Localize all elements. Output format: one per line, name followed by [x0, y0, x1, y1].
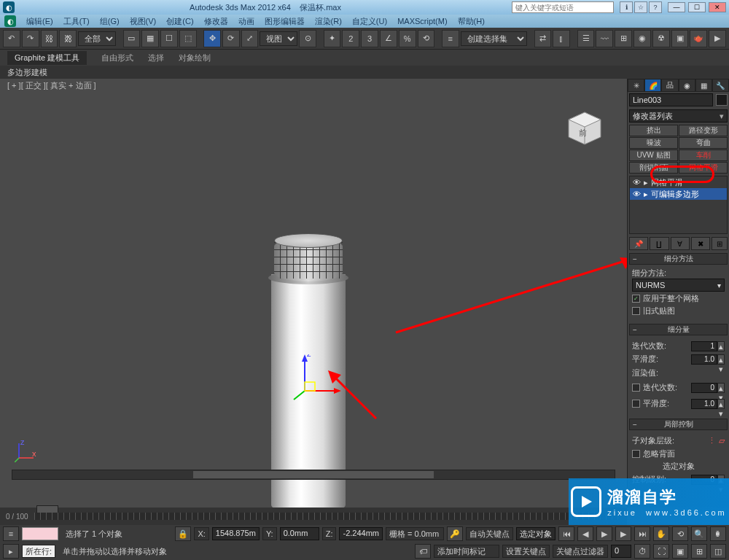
schematic-button[interactable]: ⊞: [615, 30, 632, 47]
make-unique-button[interactable]: ∀: [671, 237, 690, 250]
move-button[interactable]: ✥: [203, 30, 221, 47]
time-tag-button[interactable]: 🏷: [415, 544, 431, 559]
viewport-scrollbar-h[interactable]: [12, 470, 615, 480]
script-field-1[interactable]: [22, 527, 58, 540]
menu-create[interactable]: 创建(C): [162, 15, 198, 28]
maxscript-listener-button[interactable]: ≡: [3, 526, 19, 541]
nav-region-button[interactable]: ◫: [710, 544, 726, 559]
eye-icon[interactable]: 👁: [633, 190, 641, 198]
tab-motion[interactable]: ◉: [679, 79, 695, 92]
ribbon-tab-graphite[interactable]: Graphite 建模工具: [7, 51, 87, 65]
method-dropdown[interactable]: NURMS: [632, 279, 725, 292]
object-color-swatch[interactable]: [716, 94, 728, 106]
search-input[interactable]: [512, 1, 614, 13]
menu-tools[interactable]: 工具(T): [59, 15, 94, 28]
angle-snap-button[interactable]: ∠: [380, 30, 397, 47]
manip-button[interactable]: ✦: [324, 30, 341, 47]
snap-2d-button[interactable]: 2: [342, 30, 359, 47]
mod-btn-lathe[interactable]: 车削: [679, 149, 728, 161]
key-selection-set[interactable]: 选定对象: [516, 527, 555, 540]
pivot-button[interactable]: ⊙: [299, 30, 316, 47]
tab-utilities[interactable]: 🔧: [712, 79, 729, 92]
pin-stack-button[interactable]: 📌: [629, 237, 648, 250]
smoothness-spinner[interactable]: 1.0▴▾: [691, 354, 725, 365]
object-name-field[interactable]: Line003: [629, 93, 713, 106]
apply-whole-checkbox[interactable]: ✓应用于整个网格: [632, 293, 725, 304]
nav-fov-button[interactable]: ⧯: [710, 526, 726, 541]
scale-button[interactable]: ⤢: [241, 30, 259, 47]
lock-selection-button[interactable]: 🔒: [175, 526, 191, 541]
rollout-header[interactable]: 局部控制: [629, 419, 728, 430]
undo-button[interactable]: ↶: [3, 30, 20, 47]
render-button[interactable]: 🫖: [690, 30, 707, 47]
vertex-level-icon[interactable]: ⋮: [708, 436, 716, 446]
edge-level-icon[interactable]: ▱: [719, 436, 725, 446]
ignore-backface-checkbox[interactable]: 忽略背面: [632, 448, 725, 459]
prev-frame-button[interactable]: ◀: [577, 526, 593, 541]
old-map-checkbox[interactable]: 旧式贴图: [632, 306, 725, 316]
nav-pan-button[interactable]: ✋: [653, 526, 669, 541]
comm-icon[interactable]: ☆: [634, 1, 647, 13]
eye-icon[interactable]: 👁: [633, 178, 641, 187]
selection-set-type[interactable]: 全部: [78, 31, 116, 46]
material-editor-button[interactable]: ◉: [634, 30, 651, 47]
render-iter-spinner[interactable]: 0▴▾: [691, 383, 725, 393]
tab-hierarchy[interactable]: 品: [661, 79, 678, 92]
viewcube[interactable]: 前: [563, 106, 607, 150]
viewport-label[interactable]: [ + ][ 正交 ][ 真实 + 边面 ]: [7, 80, 96, 91]
mod-btn-noise[interactable]: 噪波: [629, 137, 678, 149]
app-menu-button[interactable]: ◐: [4, 15, 16, 27]
select-rect-button[interactable]: ☐: [160, 30, 178, 47]
spinner-snap-button[interactable]: ⟲: [418, 30, 435, 47]
menu-rendering[interactable]: 渲染(R): [311, 15, 346, 28]
nav-max-button[interactable]: ⊞: [691, 544, 707, 559]
rotate-button[interactable]: ⟳: [222, 30, 240, 47]
z-coord-field[interactable]: -2.244mm: [339, 527, 383, 540]
show-end-button[interactable]: ∐: [650, 237, 668, 250]
mod-btn-pathdeform[interactable]: 路径变形: [679, 125, 728, 136]
render-frame-button[interactable]: ▣: [671, 30, 689, 47]
tab-create[interactable]: ✳: [628, 79, 644, 92]
redo-button[interactable]: ↷: [22, 30, 39, 47]
isolate-button[interactable]: 🔑: [447, 526, 463, 541]
nav-zoom-all-button[interactable]: ⛶: [653, 544, 669, 559]
rollout-header[interactable]: 细分方法: [629, 253, 728, 265]
y-coord-field[interactable]: 0.0mm: [280, 527, 319, 540]
menu-help[interactable]: 帮助(H): [453, 15, 489, 28]
ribbon-panel-label[interactable]: 多边形建模: [0, 66, 729, 79]
ribbon-tab-selection[interactable]: 选择: [148, 52, 164, 63]
nav-zoom-ext-button[interactable]: ▣: [672, 544, 688, 559]
select-name-button[interactable]: ▦: [141, 30, 159, 47]
menu-group[interactable]: 组(G): [95, 15, 124, 28]
render-smooth-spinner[interactable]: 1.0▴▾: [691, 399, 725, 409]
timeline-track[interactable]: [34, 513, 620, 520]
percent-snap-button[interactable]: %: [399, 30, 416, 47]
goto-start-button[interactable]: ⏮: [558, 526, 574, 541]
named-selection-sets[interactable]: 创建选择集: [461, 31, 528, 46]
snap-3d-button[interactable]: 3: [361, 30, 378, 47]
viewport[interactable]: z 前 z x: [6, 92, 621, 487]
prompt-toggle-button[interactable]: ▸: [3, 544, 19, 559]
menu-grapheditors[interactable]: 图形编辑器: [260, 15, 309, 28]
timeline[interactable]: 0 / 100: [0, 508, 627, 525]
mod-btn-uvwmap[interactable]: UVW 贴图: [629, 149, 678, 161]
maximize-button[interactable]: ☐: [688, 2, 706, 12]
current-frame-field[interactable]: 0: [611, 545, 631, 558]
ref-coord-system[interactable]: 视图: [260, 31, 297, 46]
menu-views[interactable]: 视图(V): [125, 15, 161, 28]
help-icon[interactable]: ?: [649, 1, 662, 13]
menu-maxscript[interactable]: MAXScript(M): [393, 16, 451, 26]
menu-animation[interactable]: 动画: [234, 15, 259, 28]
key-filters-button[interactable]: 关键点过滤器: [553, 545, 608, 558]
goto-end-button[interactable]: ⏭: [634, 526, 650, 541]
menu-edit[interactable]: 编辑(E): [22, 15, 58, 28]
x-coord-field[interactable]: 1548.875m: [212, 527, 260, 540]
select-window-button[interactable]: ⬚: [179, 30, 197, 47]
align-button[interactable]: ⫿: [553, 30, 570, 47]
play-button[interactable]: ▶: [596, 526, 612, 541]
mirror-button[interactable]: ⇄: [534, 30, 552, 47]
mod-btn-extrude[interactable]: 挤出: [629, 125, 678, 136]
info-icon[interactable]: ℹ: [620, 1, 633, 13]
unlink-button[interactable]: ⛓̸: [59, 30, 77, 47]
set-key-button[interactable]: 设置关键点: [502, 545, 550, 558]
